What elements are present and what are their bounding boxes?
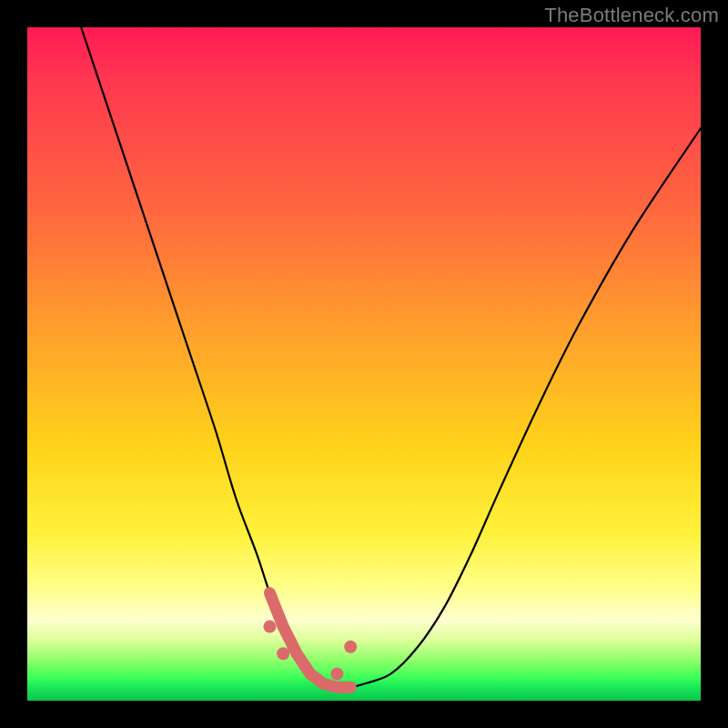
svg-point-0 — [263, 621, 276, 633]
chart-frame: TheBottleneck.com — [0, 0, 728, 728]
pink-marker-cluster — [263, 593, 357, 688]
svg-point-2 — [344, 641, 357, 653]
svg-point-3 — [330, 667, 343, 680]
chart-svg — [27, 27, 701, 701]
svg-point-1 — [277, 647, 289, 660]
chart-plot-area — [27, 27, 701, 701]
watermark-text: TheBottleneck.com — [544, 4, 719, 27]
bottleneck-curve — [81, 27, 701, 688]
